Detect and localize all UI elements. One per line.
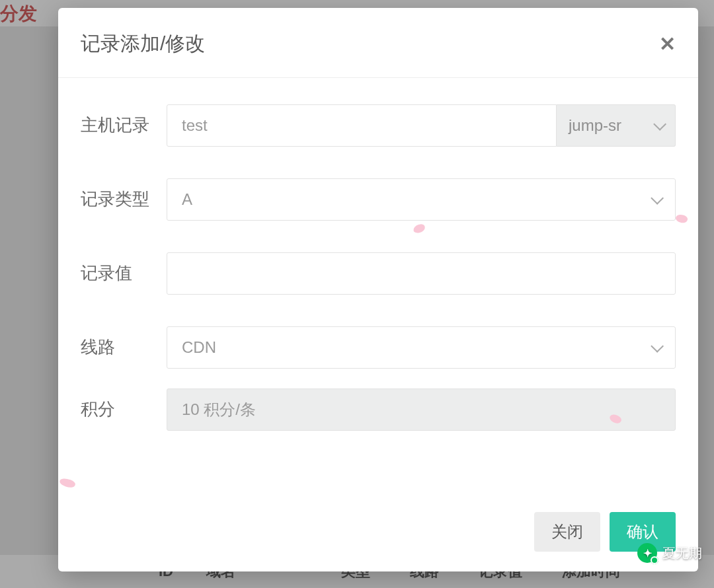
row-line: 线路 CDN [81,326,676,369]
label-points: 积分 [81,388,167,422]
cancel-button[interactable]: 关闭 [534,512,600,552]
label-record-type: 记录类型 [81,178,167,212]
host-record-input[interactable] [167,104,557,147]
watermark-text: 夏无期 [662,544,702,562]
points-value: 10 积分/条 [182,399,256,420]
record-value-input[interactable] [167,252,676,295]
row-host-record: 主机记录 jump-sr [81,104,676,147]
points-readonly: 10 积分/条 [167,388,676,431]
chevron-down-icon [651,192,664,205]
row-points: 积分 10 积分/条 [81,388,676,431]
modal-title: 记录添加/修改 [81,30,205,57]
modal-body: 主机记录 jump-sr 记录类型 A 记录值 [58,78,698,500]
close-icon[interactable]: ✕ [659,34,676,54]
row-record-value: 记录值 [81,252,676,295]
record-type-select[interactable]: A [167,178,676,221]
wechat-icon: ✦ [637,543,657,563]
watermark: ✦ 夏无期 [637,543,702,563]
suffix-value: jump-sr [569,116,621,135]
line-value: CDN [182,338,216,357]
label-record-value: 记录值 [81,252,167,286]
chevron-down-icon [653,118,666,131]
host-record-suffix-select[interactable]: jump-sr [557,104,676,147]
modal-header: 记录添加/修改 ✕ [58,8,698,78]
chevron-down-icon [651,340,664,353]
row-record-type: 记录类型 A [81,178,676,221]
line-select[interactable]: CDN [167,326,676,369]
label-line: 线路 [81,326,167,360]
label-host-record: 主机记录 [81,104,167,138]
record-modal: 记录添加/修改 ✕ 主机记录 jump-sr 记录类型 A [58,8,698,571]
modal-footer: 关闭 确认 [58,500,698,571]
record-type-value: A [182,190,192,209]
